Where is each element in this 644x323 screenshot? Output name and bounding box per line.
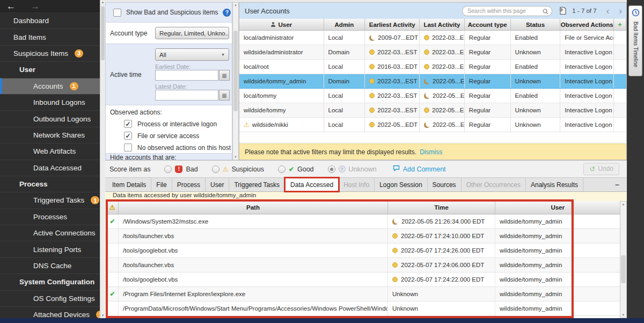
scroll-up-icon[interactable]: ▲ bbox=[620, 203, 626, 206]
checkbox-icon[interactable]: ✓ bbox=[124, 120, 132, 128]
filter-scrollbar[interactable]: ▲ ▼ bbox=[232, 2, 239, 160]
sidebar-item-dns-cache[interactable]: DNS Cache bbox=[0, 257, 100, 274]
sidebar-item-user[interactable]: User bbox=[0, 61, 100, 77]
filter-scrollbar-thumb[interactable] bbox=[233, 31, 238, 111]
account-row-wildside-nikki[interactable]: ⚠wildside/nikkiLocal2022-05...EDT2022-05… bbox=[239, 118, 626, 132]
data-accessed-row[interactable]: /tools/launcher.vbs2022-05-07 17:24:10.0… bbox=[107, 229, 620, 243]
account-type-select[interactable]: Regular, Limited, Unkno... ▼ bbox=[155, 27, 229, 39]
show-bad-checkbox[interactable] bbox=[113, 9, 121, 17]
account-row-wildside-tommy[interactable]: wildside/tommyLocal2022-03...EST2022-05.… bbox=[239, 103, 626, 118]
column-header-admin[interactable]: Admin bbox=[324, 19, 365, 30]
minimize-panel-icon[interactable]: − bbox=[615, 181, 619, 189]
scroll-up-icon[interactable]: ▲ bbox=[100, 1, 105, 4]
data-accessed-row[interactable]: /tools/launcher.vbs2022-05-07 17:24:06.0… bbox=[107, 258, 620, 272]
column-header-observed-actions[interactable]: Observed Actions bbox=[560, 19, 614, 30]
tab-file[interactable]: File bbox=[151, 178, 172, 191]
sidebar-item-listening-ports[interactable]: Listening Ports bbox=[0, 241, 100, 257]
data-accessed-row[interactable]: /tools/googlebot.vbs2022-05-07 17:24:22.… bbox=[107, 272, 620, 287]
active-time-select[interactable]: All ▼ bbox=[155, 48, 229, 61]
scroll-down-icon[interactable]: ▼ bbox=[620, 313, 626, 317]
column-header-account-type[interactable]: Account type bbox=[465, 19, 511, 30]
scroll-down-icon[interactable]: ▼ bbox=[100, 314, 105, 317]
sidebar-item-network-shares[interactable]: Network Shares bbox=[0, 127, 100, 143]
calendar-icon[interactable]: ▦ bbox=[219, 70, 230, 81]
bad-items-timeline-tab[interactable]: Bad Items Timeline bbox=[628, 5, 642, 76]
checkbox-icon[interactable] bbox=[124, 143, 132, 152]
sidebar-item-web-artifacts[interactable]: Web Artifacts bbox=[0, 143, 100, 159]
previous-page-icon[interactable]: ‹ bbox=[606, 6, 610, 16]
scroll-up-icon[interactable]: ▲ bbox=[233, 3, 238, 6]
sidebar-item-active-connections[interactable]: Active Connections bbox=[0, 225, 100, 241]
observed-option-no-observed-actions-on-this-host[interactable]: No observed actions on this host bbox=[124, 143, 232, 152]
column-header-user[interactable]: User bbox=[495, 201, 572, 214]
sidebar-item-accounts[interactable]: Accounts1 bbox=[0, 78, 100, 94]
export-report-icon[interactable] bbox=[559, 6, 567, 15]
back-arrow-icon[interactable]: ← bbox=[6, 2, 16, 11]
data-accessed-row[interactable]: ✔/Program Files/Internet Explorer/iexplo… bbox=[107, 287, 620, 302]
account-row-wildside-tommy-admin[interactable]: wildside/tommy_adminDomain2022-03...EST2… bbox=[239, 74, 626, 89]
details-scrollbar[interactable]: ▲ ▼ bbox=[620, 201, 627, 318]
help-icon[interactable]: ? bbox=[223, 9, 231, 17]
score-suspicious-option[interactable]: ⚠ Suspicious bbox=[212, 166, 264, 173]
sidebar-scrollbar-thumb[interactable] bbox=[101, 6, 105, 60]
sidebar-item-os-config-settings[interactable]: OS Config Settings bbox=[0, 290, 100, 306]
sidebar-item-suspicious-items[interactable]: Suspicious Items3 bbox=[0, 45, 100, 61]
sidebar-item-data-accessed[interactable]: Data Accessed bbox=[0, 160, 100, 176]
sidebar-item-process[interactable]: Process bbox=[0, 176, 100, 192]
column-header-earliest-activity[interactable]: Earliest Activity bbox=[365, 19, 420, 30]
tab-data-accessed[interactable]: Data Accessed bbox=[285, 178, 339, 191]
score-unknown-option[interactable]: ? Unknown bbox=[328, 166, 377, 173]
column-header-time[interactable]: Time bbox=[388, 201, 495, 214]
account-row-wildside-administrator[interactable]: wildside/administratorDomain2022-03...ES… bbox=[239, 45, 626, 60]
scroll-down-icon[interactable]: ▼ bbox=[233, 155, 238, 159]
data-accessed-row[interactable]: /ProgramData/Microsoft/Windows/Start Men… bbox=[107, 302, 620, 316]
data-accessed-row[interactable]: /tools/googlebot.vbs2022-05-07 17:24:26.… bbox=[107, 243, 620, 258]
undo-button[interactable]: ↺ Undo bbox=[583, 163, 619, 175]
sidebar-item-system-configuration[interactable]: System Configuration bbox=[0, 274, 100, 290]
account-row-local-administrator[interactable]: local/administratorLocal2009-07...EDT202… bbox=[239, 31, 626, 45]
observed-option-process-or-interactive-logon[interactable]: ✓Process or interactive logon bbox=[124, 120, 232, 128]
score-bad-option[interactable]: ! Bad bbox=[164, 166, 197, 173]
earliest-date-input[interactable] bbox=[155, 70, 218, 81]
tab-item-details[interactable]: Item Details bbox=[107, 178, 151, 191]
column-header-user[interactable]: User bbox=[239, 19, 324, 30]
account-row-local-tommy[interactable]: local/tommyLocal2022-03...EST2022-05...E… bbox=[239, 89, 626, 103]
sidebar-item-triggered-tasks[interactable]: Triggered Tasks1 bbox=[0, 192, 100, 208]
score-good-option[interactable]: ✔ Good bbox=[278, 166, 314, 173]
calendar-icon[interactable]: ▦ bbox=[219, 90, 230, 101]
unknown-radio[interactable] bbox=[328, 166, 335, 173]
add-column-button[interactable]: + bbox=[614, 19, 626, 30]
tab-logon-session[interactable]: Logon Session bbox=[375, 178, 427, 191]
sidebar-item-bad-items[interactable]: Bad Items bbox=[0, 28, 100, 45]
column-header-last-activity[interactable]: Last Activity bbox=[420, 19, 465, 30]
bad-radio[interactable] bbox=[164, 166, 172, 173]
sidebar-scrollbar[interactable]: ▲ ▼ bbox=[100, 0, 105, 318]
details-scrollbar-thumb[interactable] bbox=[621, 255, 626, 283]
tab-triggered-tasks[interactable]: Triggered Tasks bbox=[229, 178, 285, 191]
dismiss-link[interactable]: Dismiss bbox=[420, 148, 442, 156]
next-page-icon[interactable]: › bbox=[619, 6, 622, 16]
good-radio[interactable] bbox=[278, 166, 286, 173]
suspicious-radio[interactable] bbox=[212, 166, 219, 173]
sidebar-item-dashboard[interactable]: Dashboard bbox=[0, 12, 100, 28]
checkbox-icon[interactable]: ✓ bbox=[124, 132, 132, 140]
observed-option-file-or-service-access[interactable]: ✓File or service access bbox=[124, 132, 232, 140]
tab-host-info[interactable]: Host Info bbox=[339, 178, 375, 191]
column-header-status[interactable]: Status bbox=[511, 19, 561, 30]
tab-other-occurrences[interactable]: Other Occurrences bbox=[462, 178, 526, 191]
tab-process[interactable]: Process bbox=[172, 178, 206, 191]
search-icon[interactable] bbox=[543, 8, 548, 16]
search-input[interactable] bbox=[462, 6, 552, 16]
tab-analysis-results[interactable]: Analysis Results bbox=[526, 178, 583, 191]
latest-date-input[interactable] bbox=[155, 90, 218, 101]
data-accessed-row[interactable]: ✔/Windows/System32/mstsc.exe2022-05-05 2… bbox=[107, 214, 620, 229]
column-header-path[interactable]: Path bbox=[119, 201, 388, 214]
sidebar-item-processes[interactable]: Processes bbox=[0, 209, 100, 225]
tab-user[interactable]: User bbox=[206, 178, 229, 191]
sidebar-item-inbound-logons[interactable]: Inbound Logons bbox=[0, 94, 100, 110]
add-comment-button[interactable]: Add Comment bbox=[393, 165, 446, 173]
forward-arrow-icon[interactable]: → bbox=[31, 2, 40, 11]
sidebar-item-outbound-logons[interactable]: Outbound Logons bbox=[0, 110, 100, 126]
tab-sources[interactable]: Sources bbox=[428, 178, 462, 191]
account-row-local-root[interactable]: local/rootLocal2016-03...EDT2022-03...ES… bbox=[239, 60, 626, 74]
